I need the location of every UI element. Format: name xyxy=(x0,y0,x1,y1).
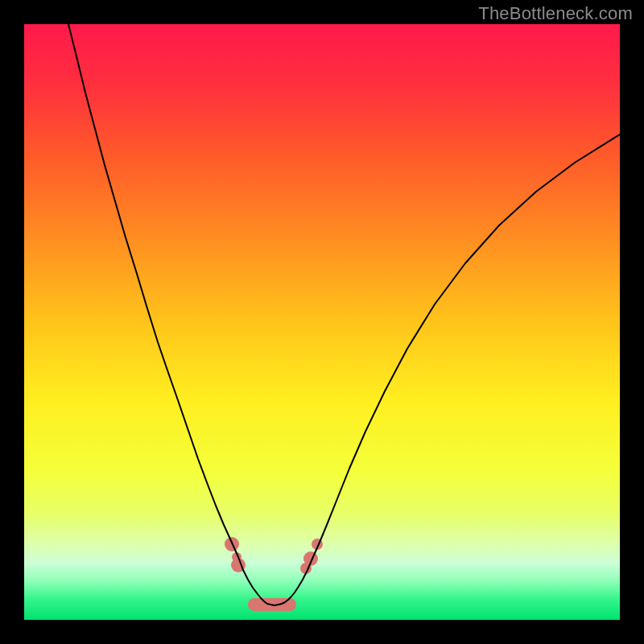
plot-area xyxy=(24,24,620,620)
chart-svg xyxy=(24,24,620,620)
watermark-text: TheBottleneck.com xyxy=(478,3,633,24)
chart-frame: TheBottleneck.com xyxy=(0,0,644,644)
gradient-background xyxy=(24,24,620,620)
